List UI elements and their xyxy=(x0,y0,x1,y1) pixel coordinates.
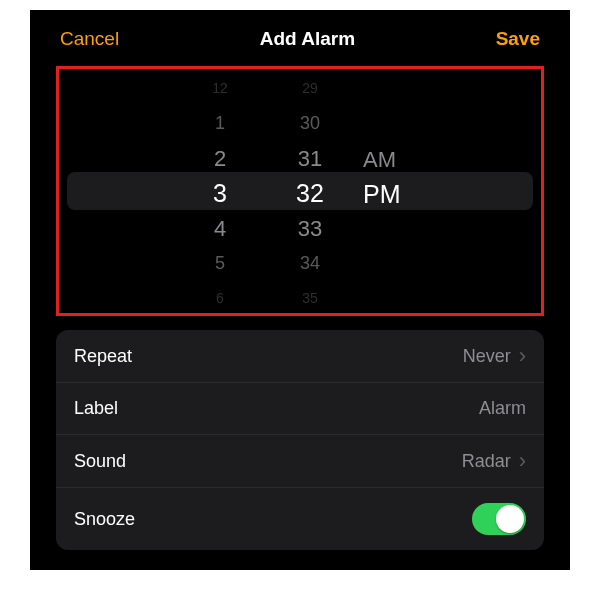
cancel-button[interactable]: Cancel xyxy=(60,28,119,50)
label-label: Label xyxy=(74,398,118,419)
minute-option[interactable]: 33 xyxy=(265,211,355,246)
ampm-selected[interactable]: PM xyxy=(363,177,425,212)
minute-selected[interactable]: 32 xyxy=(265,176,355,211)
time-picker-highlight-box: 12 1 2 3 4 5 6 29 30 31 32 33 34 35 AM xyxy=(56,66,544,316)
repeat-value: Never xyxy=(463,346,511,367)
hour-option[interactable]: 4 xyxy=(175,211,265,246)
hour-option[interactable]: 2 xyxy=(175,141,265,176)
snooze-toggle[interactable] xyxy=(472,503,526,535)
repeat-row[interactable]: Repeat Never › xyxy=(56,330,544,383)
ampm-option[interactable]: AM xyxy=(363,142,425,177)
minute-option[interactable]: 31 xyxy=(265,141,355,176)
sound-row[interactable]: Sound Radar › xyxy=(56,435,544,488)
toggle-knob xyxy=(496,505,524,533)
hour-option[interactable]: 1 xyxy=(175,106,265,141)
add-alarm-screen: Cancel Add Alarm Save 12 1 2 3 4 5 6 29 … xyxy=(30,10,570,570)
snooze-row: Snooze xyxy=(56,488,544,550)
minute-option[interactable]: 34 xyxy=(265,246,355,281)
minute-wheel[interactable]: 29 30 31 32 33 34 35 xyxy=(265,79,355,307)
snooze-label: Snooze xyxy=(74,509,135,530)
repeat-label: Repeat xyxy=(74,346,132,367)
minute-option[interactable]: 30 xyxy=(265,106,355,141)
hour-selected[interactable]: 3 xyxy=(175,176,265,211)
sound-value: Radar xyxy=(462,451,511,472)
sound-label: Sound xyxy=(74,451,126,472)
header: Cancel Add Alarm Save xyxy=(50,10,550,64)
label-value: Alarm xyxy=(479,398,526,419)
settings-list: Repeat Never › Label Alarm Sound Radar ›… xyxy=(56,330,544,550)
ampm-wheel[interactable]: AM PM xyxy=(355,79,425,307)
minute-option[interactable]: 29 xyxy=(265,71,355,106)
hour-option[interactable]: 5 xyxy=(175,246,265,281)
hour-option[interactable]: 12 xyxy=(175,71,265,106)
page-title: Add Alarm xyxy=(260,28,355,50)
save-button[interactable]: Save xyxy=(496,28,540,50)
chevron-right-icon: › xyxy=(519,450,526,472)
hour-wheel[interactable]: 12 1 2 3 4 5 6 xyxy=(175,79,265,307)
hour-option[interactable]: 6 xyxy=(175,281,265,316)
chevron-right-icon: › xyxy=(519,345,526,367)
minute-option[interactable]: 35 xyxy=(265,281,355,316)
label-row[interactable]: Label Alarm xyxy=(56,383,544,435)
